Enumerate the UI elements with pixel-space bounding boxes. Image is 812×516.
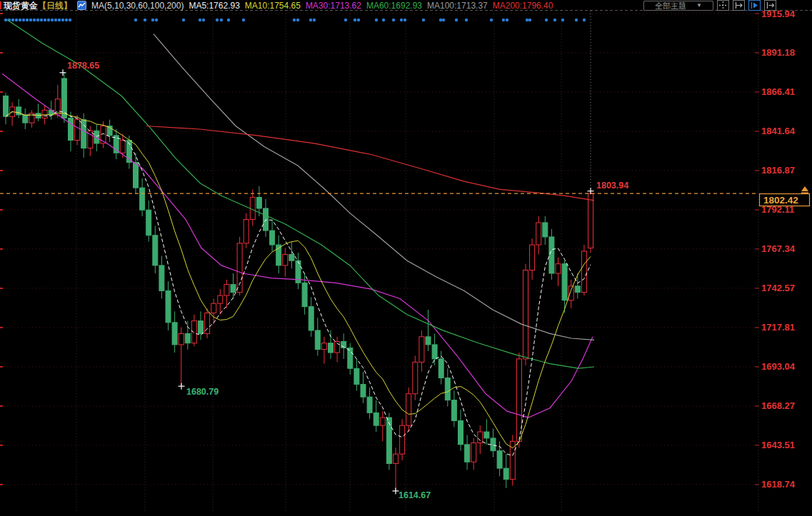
- news-dot[interactable]: [36, 19, 39, 21]
- extreme-price-label: 1878.65: [67, 61, 99, 71]
- news-dot[interactable]: [44, 19, 46, 21]
- news-dot[interactable]: [220, 19, 223, 21]
- ma100-value: MA100:1713.37: [427, 1, 488, 11]
- news-dot[interactable]: [375, 19, 378, 21]
- news-dot[interactable]: [354, 19, 356, 21]
- news-dot[interactable]: [40, 19, 43, 21]
- candle-body: [536, 223, 541, 245]
- candlestick-chart[interactable]: 1878.651680.791614.671803.941915.941891.…: [0, 0, 812, 516]
- news-dot[interactable]: [54, 19, 57, 21]
- candle-body: [530, 245, 535, 270]
- news-dot[interactable]: [404, 19, 406, 21]
- news-dot[interactable]: [199, 19, 201, 21]
- news-dot[interactable]: [400, 19, 403, 21]
- news-dot[interactable]: [422, 19, 425, 21]
- news-dot[interactable]: [545, 19, 548, 21]
- candle-body: [380, 418, 385, 425]
- candle-body: [438, 359, 443, 378]
- candle-body: [413, 362, 418, 393]
- news-dot[interactable]: [144, 19, 146, 21]
- period-label[interactable]: 【日线】: [38, 1, 72, 11]
- candle-body: [4, 96, 9, 116]
- news-dot[interactable]: [442, 19, 445, 21]
- news-dot[interactable]: [22, 19, 25, 21]
- news-dot[interactable]: [528, 19, 531, 21]
- news-dot[interactable]: [583, 19, 586, 21]
- news-dot[interactable]: [47, 19, 50, 21]
- chart-type-icon[interactable]: [77, 1, 86, 10]
- news-dot[interactable]: [490, 19, 493, 21]
- news-dot[interactable]: [182, 19, 185, 21]
- news-dot[interactable]: [344, 19, 347, 21]
- axis-scale-tool-button[interactable]: [733, 0, 745, 11]
- news-dot[interactable]: [51, 19, 54, 21]
- news-dot[interactable]: [26, 19, 29, 21]
- theme-dropdown[interactable]: 全部主题▼: [643, 1, 713, 11]
- candle-body: [367, 397, 372, 413]
- candle-body: [191, 321, 196, 343]
- news-dot[interactable]: [313, 19, 316, 21]
- theme-dropdown-label: 全部主题: [655, 1, 686, 10]
- arrow-out-icon: [766, 1, 775, 9]
- news-dot[interactable]: [29, 19, 32, 21]
- news-dot[interactable]: [227, 19, 230, 21]
- news-dot[interactable]: [58, 19, 61, 21]
- chart-header: 现货黄金【日线】 MA(5,10,30,60,100,200) MA5:1762…: [0, 0, 812, 11]
- news-dot[interactable]: [392, 19, 395, 21]
- candle-body: [400, 425, 405, 454]
- collapse-tool-button[interactable]: [764, 0, 776, 11]
- news-dot[interactable]: [15, 19, 18, 21]
- news-dot[interactable]: [61, 19, 64, 21]
- candle-body: [484, 432, 489, 438]
- news-dot[interactable]: [309, 19, 312, 21]
- candle-body: [432, 345, 437, 359]
- candle-body: [153, 236, 158, 265]
- news-dot[interactable]: [526, 19, 528, 21]
- ma200-line: [146, 126, 594, 201]
- news-dot[interactable]: [19, 19, 21, 21]
- candle-body: [556, 264, 561, 273]
- price-axis-label: 1816.87: [761, 165, 795, 176]
- candle-body: [231, 285, 236, 293]
- candle-body: [315, 330, 320, 350]
- crosshair-tool-button[interactable]: [717, 0, 729, 11]
- candle-body: [549, 237, 554, 273]
- current-price-value: 1802.42: [763, 195, 798, 206]
- news-dot[interactable]: [69, 19, 71, 21]
- playback-tool-button[interactable]: [748, 0, 761, 11]
- header-controls: 全部主题▼: [643, 0, 776, 11]
- news-dot[interactable]: [455, 19, 458, 21]
- news-dot[interactable]: [242, 19, 245, 21]
- news-dot[interactable]: [439, 19, 442, 21]
- chart-app: 1878.651680.791614.671803.941915.941891.…: [0, 0, 812, 516]
- news-dot[interactable]: [382, 19, 385, 21]
- news-dot[interactable]: [506, 19, 508, 21]
- news-dot[interactable]: [11, 19, 14, 21]
- news-dot[interactable]: [502, 19, 505, 21]
- news-dot[interactable]: [357, 19, 360, 21]
- news-dot[interactable]: [296, 19, 299, 21]
- candle-body: [185, 333, 190, 343]
- news-dot[interactable]: [216, 19, 219, 21]
- news-dot[interactable]: [4, 19, 7, 21]
- news-dot[interactable]: [575, 19, 578, 21]
- news-dot[interactable]: [151, 19, 154, 21]
- news-dot[interactable]: [155, 19, 158, 21]
- news-dot[interactable]: [202, 19, 205, 21]
- news-dot[interactable]: [134, 19, 137, 21]
- candle-body: [491, 438, 496, 451]
- candle-body: [309, 307, 314, 330]
- news-dot[interactable]: [293, 19, 296, 21]
- price-axis-label: 1891.18: [761, 47, 795, 58]
- news-dot[interactable]: [553, 19, 556, 21]
- play-icon: [750, 1, 759, 9]
- candle-body: [321, 343, 326, 350]
- candle-body: [458, 421, 463, 445]
- news-dot[interactable]: [561, 19, 564, 21]
- news-dot[interactable]: [465, 19, 468, 21]
- candle-body: [465, 445, 470, 462]
- extreme-price-label: 1680.79: [186, 387, 219, 397]
- news-dot[interactable]: [65, 19, 68, 21]
- candle-body: [256, 197, 261, 208]
- news-dot[interactable]: [33, 19, 36, 21]
